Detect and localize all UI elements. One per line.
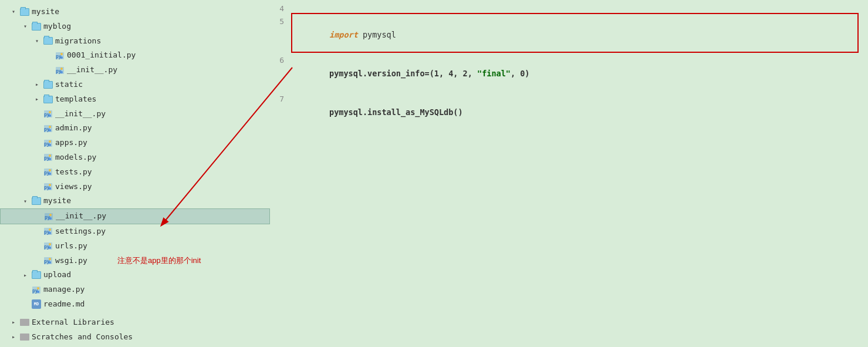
py-icon-migrations-init: py <box>55 66 65 75</box>
folder-icon-mysite-sub <box>32 197 41 205</box>
svg-point-34 <box>49 214 52 216</box>
label-settings: settings.py <box>55 225 106 238</box>
code-panel: 4 5 import pymysql 6 pymysql.version_inf… <box>270 0 868 347</box>
folder-icon-templates <box>43 96 53 103</box>
label-0001-initial: 0001_initial.py <box>67 49 136 62</box>
py-icon-admin: py <box>43 124 53 133</box>
label-migrations-init: __init__.py <box>67 64 117 76</box>
label-views: views.py <box>55 181 92 193</box>
code-line-4: 4 <box>270 2 868 15</box>
py-icon-settings: py <box>43 227 53 236</box>
md-icon-readme: MD <box>32 299 41 309</box>
tree-item-mysite-root[interactable]: mysite <box>0 5 270 19</box>
tree-item-manage[interactable]: py manage.py <box>0 282 270 297</box>
line-num-7: 7 <box>270 93 291 106</box>
line-num-6: 6 <box>270 54 291 67</box>
tree-item-static[interactable]: static <box>0 78 270 92</box>
tree-item-0001-initial[interactable]: py 0001_initial.py <box>0 48 270 63</box>
tree-item-views[interactable]: py views.py <box>0 180 270 194</box>
arrow-external-libs <box>12 318 20 327</box>
label-tests: tests.py <box>55 166 92 178</box>
arrow-mysite-root <box>12 7 20 16</box>
label-external-libs: External Libraries <box>32 316 114 329</box>
folder-icon-migrations <box>43 37 53 45</box>
tree-item-migrations-init[interactable]: py __init__.py <box>0 63 270 78</box>
svg-text:py: py <box>32 288 38 294</box>
label-mysite-sub: mysite <box>43 195 71 207</box>
svg-point-15 <box>49 129 51 132</box>
svg-text:py: py <box>56 54 62 59</box>
tree-item-mysite-sub[interactable]: mysite <box>0 194 270 208</box>
file-tree: mysite myblog migrations py 0001_initial… <box>0 0 270 347</box>
label-urls: urls.py <box>55 240 87 252</box>
svg-point-50 <box>37 287 39 289</box>
svg-point-51 <box>37 291 39 293</box>
label-wsgi: wsgi.py <box>55 255 87 267</box>
arrow-upload <box>23 271 32 280</box>
py-icon-mysite-init: py <box>44 212 53 221</box>
folder-icon-mysite <box>20 8 29 16</box>
svg-text:py: py <box>45 215 50 220</box>
label-mysite-init: __init__.py <box>56 210 106 223</box>
py-icon-myblog-init: py <box>43 109 53 119</box>
py-icon-manage: py <box>32 285 41 295</box>
tree-item-templates[interactable]: templates <box>0 92 270 107</box>
svg-point-38 <box>49 228 51 231</box>
svg-point-23 <box>49 158 51 160</box>
svg-point-18 <box>49 140 51 143</box>
py-icon-tests: py <box>43 167 53 177</box>
label-upload: upload <box>43 269 71 281</box>
folder-icon-myblog <box>32 23 41 31</box>
tree-item-readme[interactable]: MD readme.md <box>0 297 270 312</box>
scratches-icon <box>20 333 29 341</box>
tree-item-mysite-init[interactable]: py __init__.py <box>0 208 270 224</box>
tree-item-scratches[interactable]: Scratches and Consoles <box>0 330 270 345</box>
file-tree-panel: mysite myblog migrations py 0001_initial… <box>0 0 270 347</box>
label-static: static <box>55 79 83 91</box>
external-libs-icon <box>20 319 29 326</box>
tree-item-migrations[interactable]: migrations <box>0 34 270 49</box>
keyword-import: import <box>329 30 358 39</box>
code-install: pymysql.install_as_MySQLdb() <box>329 107 463 117</box>
folder-icon-upload <box>32 271 41 279</box>
svg-text:py: py <box>56 69 62 74</box>
svg-point-39 <box>49 232 51 234</box>
tree-item-models[interactable]: py models.py <box>0 150 270 165</box>
code-line-6: 6 pymysql.version_info=(1, 4, 2, "final"… <box>270 54 868 93</box>
line-num-4: 4 <box>270 2 291 15</box>
svg-point-42 <box>49 243 51 245</box>
tree-item-tests[interactable]: py tests.py <box>0 165 270 180</box>
label-manage: manage.py <box>43 284 85 296</box>
annotation-text: 注意不是app里的那个init <box>117 255 201 266</box>
tree-item-myblog[interactable]: myblog <box>0 19 270 34</box>
svg-text:py: py <box>44 259 50 264</box>
arrow-myblog <box>23 22 32 31</box>
svg-text:py: py <box>44 185 50 190</box>
arrow-migrations <box>35 36 43 46</box>
py-icon-apps: py <box>43 139 53 148</box>
code-version-info: pymysql.version_info=(1, 4, 2, "final", … <box>329 69 529 78</box>
tree-item-myblog-init[interactable]: py __init__.py <box>0 107 270 122</box>
arrow-mysite-sub <box>23 197 32 206</box>
svg-point-6 <box>60 68 63 70</box>
arrow-static <box>35 80 43 89</box>
tree-item-external-libs[interactable]: External Libraries <box>0 315 270 330</box>
svg-text:py: py <box>44 230 50 235</box>
tree-item-apps[interactable]: py apps.py <box>0 136 270 150</box>
line-num-5: 5 <box>270 15 291 28</box>
tree-item-settings[interactable]: py settings.py <box>0 224 270 239</box>
svg-point-43 <box>49 247 51 249</box>
tree-item-urls[interactable]: py urls.py <box>0 239 270 254</box>
tree-item-upload[interactable]: upload <box>0 268 270 282</box>
svg-text:py: py <box>44 244 50 250</box>
label-migrations: migrations <box>55 35 101 48</box>
label-apps: apps.py <box>55 137 87 149</box>
py-icon-models: py <box>43 153 53 162</box>
label-models: models.py <box>55 151 96 164</box>
svg-text:py: py <box>44 156 50 161</box>
svg-point-27 <box>49 173 51 175</box>
svg-text:py: py <box>44 170 50 176</box>
svg-point-7 <box>60 71 63 73</box>
tree-item-admin[interactable]: py admin.py <box>0 121 270 136</box>
label-readme: readme.md <box>43 298 85 311</box>
